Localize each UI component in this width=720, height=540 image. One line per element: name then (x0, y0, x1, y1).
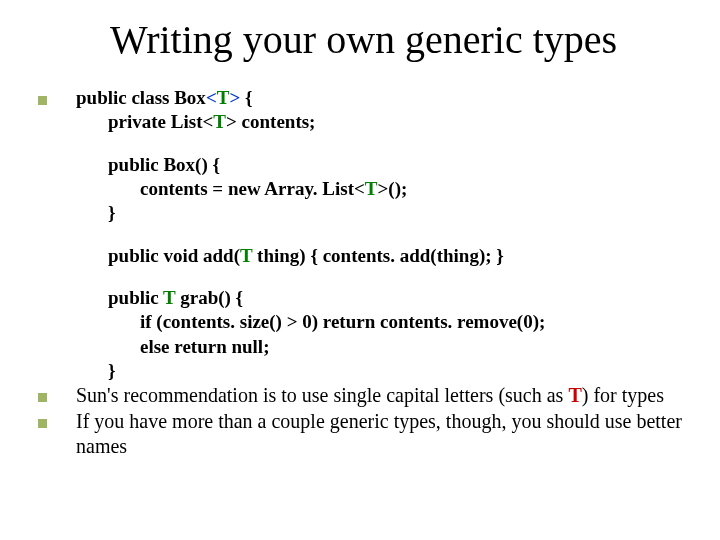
bullet-col (38, 86, 76, 105)
code-text: T (213, 111, 226, 132)
code-text: } (108, 360, 116, 381)
code-text: private List< (108, 111, 213, 132)
code-text: contents = new Array. List< (140, 178, 365, 199)
code-text: } (108, 202, 116, 223)
code-line: } (76, 201, 682, 225)
code-line: public void add(T thing) { contents. add… (76, 244, 682, 268)
code-line: } (76, 359, 682, 383)
spacer (76, 226, 682, 244)
code-text: public Box() { (108, 154, 220, 175)
code-text: public class Box (76, 87, 206, 108)
code-text: T (365, 178, 378, 199)
slide-title: Writing your own generic types (110, 16, 617, 63)
code-text: T (163, 287, 175, 308)
code-line: public T grab() { (76, 286, 682, 310)
bullet-col (38, 409, 76, 428)
code-text: thing) { contents. add(thing); } (252, 245, 503, 266)
bullet-row: If you have more than a couple generic t… (38, 409, 682, 460)
text: Sun's recommendation is to use single ca… (76, 384, 568, 406)
bullet-icon (38, 393, 47, 402)
code-text: T (240, 245, 252, 266)
code-text: { (240, 87, 252, 108)
slide: Writing your own generic types public cl… (0, 0, 720, 540)
code-text: public void add( (108, 245, 240, 266)
code-line: public class Box<T> { (76, 86, 682, 110)
bullet-col (38, 383, 76, 402)
bullet-icon (38, 96, 47, 105)
code-line: private List<T> contents; (76, 110, 682, 134)
bullet-icon (38, 419, 47, 428)
bullet-row: Sun's recommendation is to use single ca… (38, 383, 682, 409)
code-text: public (108, 287, 163, 308)
spacer (76, 268, 682, 286)
code-text: else return null; (140, 336, 269, 357)
code-block: public class Box<T> { private List<T> co… (76, 86, 682, 383)
text: ) for types (582, 384, 664, 406)
note-text: Sun's recommendation is to use single ca… (76, 383, 682, 409)
code-text: < (206, 87, 217, 108)
code-text: grab() { (175, 287, 243, 308)
code-text: T (217, 87, 230, 108)
code-text: > (229, 87, 240, 108)
code-text: >(); (378, 178, 408, 199)
code-text: > contents; (226, 111, 315, 132)
text: T (568, 384, 581, 406)
code-text: if (contents. size() > 0) return content… (140, 311, 545, 332)
code-line: contents = new Array. List<T>(); (76, 177, 682, 201)
slide-body: public class Box<T> { private List<T> co… (38, 86, 682, 460)
note-text: If you have more than a couple generic t… (76, 409, 682, 460)
code-line: else return null; (76, 335, 682, 359)
code-line: if (contents. size() > 0) return content… (76, 310, 682, 334)
spacer (76, 135, 682, 153)
bullet-row: public class Box<T> { private List<T> co… (38, 86, 682, 383)
code-line: public Box() { (76, 153, 682, 177)
